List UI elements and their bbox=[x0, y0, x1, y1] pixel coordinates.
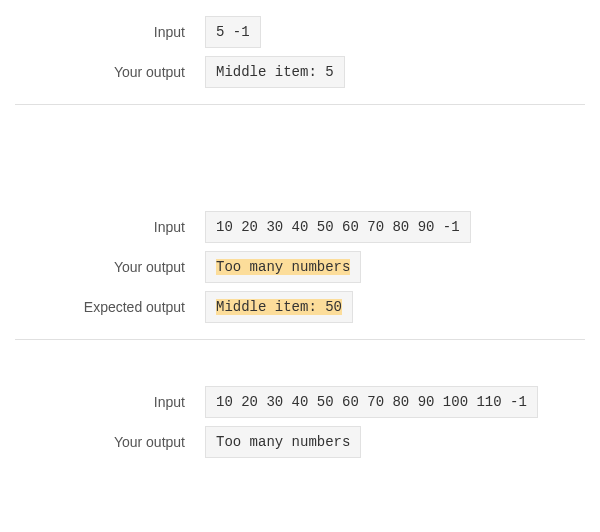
your-output-label: Your output bbox=[15, 64, 205, 80]
input-value-col: 10 20 30 40 50 60 70 80 90 -1 bbox=[205, 211, 471, 243]
results-container: Input 5 -1 Your output Middle item: 5 In… bbox=[0, 0, 600, 474]
diff-highlight: 50 bbox=[325, 299, 342, 315]
your-output-row: Your output Too many numbers bbox=[15, 247, 585, 287]
your-output-row: Your output Too many numbers bbox=[15, 422, 585, 462]
your-output-row: Your output Middle item: 5 bbox=[15, 52, 585, 92]
diff-highlight: Too many numbers bbox=[216, 259, 350, 275]
your-output-value: Middle item: 5 bbox=[205, 56, 345, 88]
test-case: Input 10 20 30 40 50 60 70 80 90 100 110… bbox=[0, 340, 600, 474]
expected-output-value-col: Middle item: 50 bbox=[205, 291, 353, 323]
input-label: Input bbox=[15, 24, 205, 40]
input-row: Input 10 20 30 40 50 60 70 80 90 -1 bbox=[15, 207, 585, 247]
your-output-value-col: Too many numbers bbox=[205, 251, 361, 283]
input-value: 5 -1 bbox=[205, 16, 261, 48]
expected-output-row: Expected output Middle item: 50 bbox=[15, 287, 585, 327]
your-output-label: Your output bbox=[15, 259, 205, 275]
test-case: Input 10 20 30 40 50 60 70 80 90 -1 Your… bbox=[0, 105, 600, 339]
your-output-value: Too many numbers bbox=[205, 426, 361, 458]
input-label: Input bbox=[15, 219, 205, 235]
spacer bbox=[15, 117, 585, 207]
spacer bbox=[15, 352, 585, 382]
input-value-col: 10 20 30 40 50 60 70 80 90 100 110 -1 bbox=[205, 386, 538, 418]
diff-highlight: Middle item: bbox=[216, 299, 325, 315]
your-output-value-col: Too many numbers bbox=[205, 426, 361, 458]
input-value: 10 20 30 40 50 60 70 80 90 100 110 -1 bbox=[205, 386, 538, 418]
your-output-value-col: Middle item: 5 bbox=[205, 56, 345, 88]
expected-output-label: Expected output bbox=[15, 299, 205, 315]
test-case: Input 5 -1 Your output Middle item: 5 bbox=[0, 0, 600, 104]
expected-output-value: Middle item: 50 bbox=[205, 291, 353, 323]
your-output-value: Too many numbers bbox=[205, 251, 361, 283]
input-row: Input 10 20 30 40 50 60 70 80 90 100 110… bbox=[15, 382, 585, 422]
input-row: Input 5 -1 bbox=[15, 12, 585, 52]
input-label: Input bbox=[15, 394, 205, 410]
input-value-col: 5 -1 bbox=[205, 16, 261, 48]
your-output-label: Your output bbox=[15, 434, 205, 450]
input-value: 10 20 30 40 50 60 70 80 90 -1 bbox=[205, 211, 471, 243]
